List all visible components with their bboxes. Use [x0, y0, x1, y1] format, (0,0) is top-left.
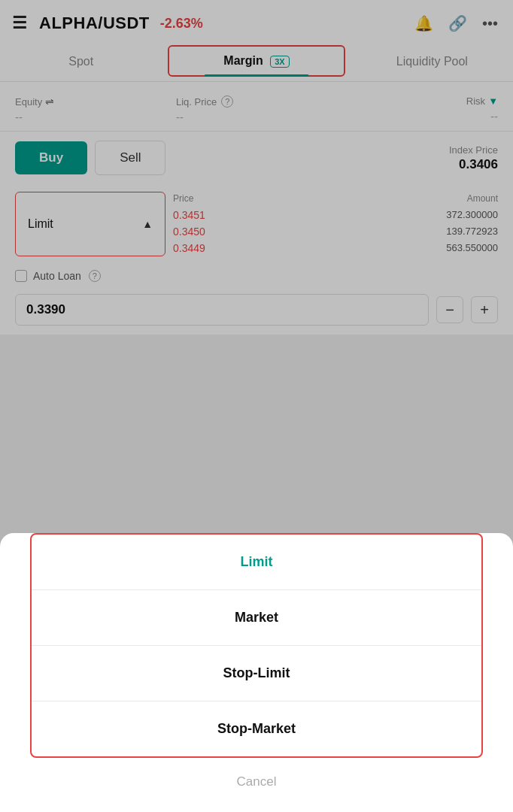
dropdown-item-limit[interactable]: Limit — [32, 535, 481, 590]
order-type-dropdown: Limit Market Stop-Limit Stop-Market Canc… — [0, 533, 513, 812]
dropdown-item-stop-market[interactable]: Stop-Market — [32, 701, 481, 756]
cancel-button[interactable]: Cancel — [0, 758, 513, 789]
dropdown-item-market[interactable]: Market — [32, 590, 481, 646]
order-type-options: Limit Market Stop-Limit Stop-Market — [30, 533, 483, 758]
dropdown-item-stop-limit[interactable]: Stop-Limit — [32, 646, 481, 701]
